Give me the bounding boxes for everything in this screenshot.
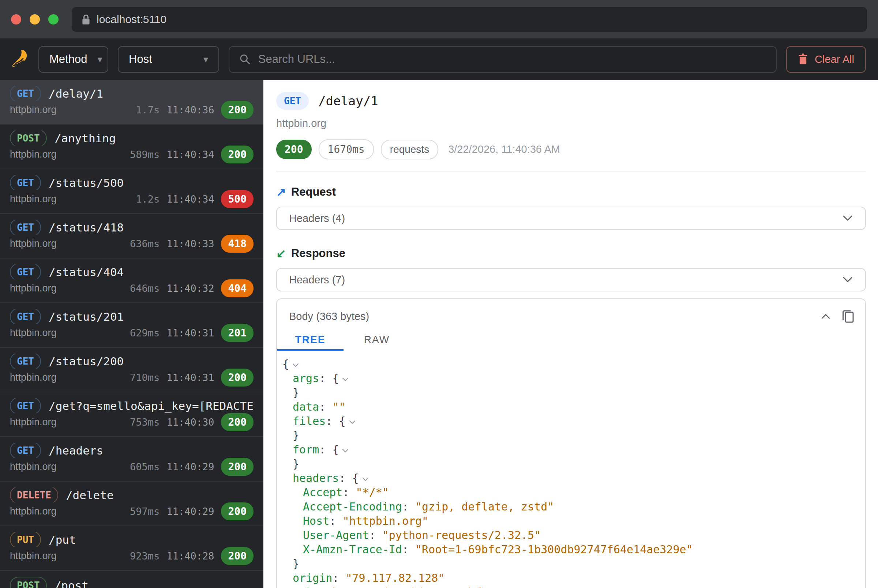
request-host: httpbin.org	[10, 104, 57, 116]
detail-path: /delay/1	[318, 94, 378, 108]
body-view-tabs: TREE RAW	[277, 330, 865, 351]
json-tree-line: headers: {	[282, 471, 865, 485]
json-tree-line: }	[282, 428, 865, 442]
trash-icon	[798, 53, 808, 65]
json-tree-line: }	[282, 556, 865, 571]
status-badge: 200	[221, 369, 254, 387]
json-value: "*/*"	[356, 485, 389, 500]
lock-icon	[81, 14, 91, 25]
tab-tree[interactable]: TREE	[277, 330, 344, 351]
json-tree-line: {	[282, 357, 865, 371]
method-badge: GET	[10, 443, 41, 458]
json-colon: :	[319, 442, 332, 457]
minimize-window-button[interactable]	[30, 14, 40, 24]
copy-body-button[interactable]	[842, 309, 854, 323]
status-badge: 404	[221, 279, 254, 297]
request-list-item[interactable]: GET/headershttpbin.org605ms11:40:29200	[0, 437, 263, 482]
url-text: localhost:5110	[97, 13, 167, 26]
request-time: 11:40:32	[167, 283, 214, 294]
json-tree-line: origin: "79.117.82.128"	[282, 571, 865, 585]
tree-expand-chevron-icon[interactable]	[292, 363, 299, 368]
tree-expand-chevron-icon[interactable]	[342, 448, 349, 453]
request-time: 11:40:36	[167, 104, 214, 116]
json-value: ""	[332, 400, 345, 414]
request-list-item[interactable]: GET/get?q=smello&api_key=[REDACTED]&toke…	[0, 392, 263, 437]
method-filter-label: Method	[50, 52, 87, 66]
request-list-item[interactable]: GET/status/201httpbin.org629ms11:40:3120…	[0, 303, 263, 348]
json-brace: {	[352, 471, 359, 485]
request-host: httpbin.org	[10, 461, 57, 472]
collapse-body-button[interactable]	[821, 313, 831, 320]
method-badge: GET	[10, 220, 41, 235]
clear-all-label: Clear All	[815, 53, 854, 66]
json-tree-line: }	[282, 386, 865, 400]
search-input[interactable]	[258, 52, 766, 66]
request-path: /anything	[54, 132, 116, 145]
json-brace: }	[293, 556, 299, 571]
request-list-item[interactable]: POST/anythinghttpbin.org589ms11:40:34200	[0, 125, 263, 169]
tab-raw[interactable]: RAW	[344, 330, 410, 351]
request-host: httpbin.org	[10, 149, 57, 160]
request-path: /status/404	[49, 266, 124, 279]
json-value: "gzip, deflate, zstd"	[415, 500, 554, 514]
json-brace: {	[339, 414, 345, 428]
zoom-window-button[interactable]	[48, 14, 59, 24]
json-key: X-Amzn-Trace-Id	[303, 542, 402, 556]
json-key: url	[293, 585, 312, 588]
detail-tag-badge: requests	[381, 140, 438, 159]
response-headers-accordion[interactable]: Headers (7)	[276, 268, 866, 291]
json-colon: :	[326, 414, 339, 428]
response-arrow-icon: ↙	[276, 246, 286, 260]
json-tree-line: data: ""	[282, 400, 865, 414]
request-headers-accordion[interactable]: Headers (4)	[276, 207, 866, 230]
request-path: /status/500	[49, 176, 124, 189]
tree-expand-chevron-icon[interactable]	[342, 377, 349, 382]
json-brace: }	[293, 428, 299, 442]
request-list-item[interactable]: GET/status/404httpbin.org646ms11:40:3240…	[0, 258, 263, 303]
json-tree-line: Host: "httpbin.org"	[282, 514, 865, 528]
json-value: "python-requests/2.32.5"	[382, 528, 541, 542]
request-time: 11:40:31	[167, 372, 214, 383]
tree-expand-chevron-icon[interactable]	[362, 477, 369, 482]
chevron-up-icon	[821, 313, 831, 320]
json-colon: :	[342, 485, 356, 500]
request-list-item[interactable]: GET/status/418httpbin.org636ms11:40:3341…	[0, 214, 263, 258]
search-icon	[239, 53, 251, 66]
json-brace: {	[332, 442, 339, 457]
request-list-item[interactable]: DELETE/deletehttpbin.org597ms11:40:29200	[0, 482, 263, 526]
request-list-item[interactable]: GET/status/500httpbin.org1.2s11:40:34500	[0, 169, 263, 214]
json-value: "Root=1-69bfc723-1b300db92747f64e14ae329…	[415, 542, 693, 556]
method-badge: GET	[10, 398, 41, 413]
clear-all-button[interactable]: Clear All	[786, 46, 866, 73]
request-path: /headers	[49, 444, 103, 457]
status-badge: 200	[221, 146, 254, 164]
request-list-item[interactable]: GET/status/200httpbin.org710ms11:40:3120…	[0, 348, 263, 392]
request-time: 11:40:29	[167, 461, 214, 472]
tree-expand-chevron-icon[interactable]	[349, 420, 356, 425]
request-list-item[interactable]: POST/post	[0, 571, 263, 588]
host-filter-dropdown[interactable]: Host ▾	[118, 46, 219, 73]
method-filter-dropdown[interactable]: Method ▾	[38, 46, 108, 73]
detail-timestamp: 3/22/2026, 11:40:36 AM	[448, 143, 560, 155]
json-key: form	[293, 442, 319, 457]
address-bar[interactable]: localhost:5110	[72, 7, 867, 32]
request-duration: 710ms	[130, 372, 159, 383]
request-duration: 753ms	[130, 417, 159, 428]
close-window-button[interactable]	[11, 14, 21, 24]
request-time: 11:40:33	[167, 238, 214, 249]
method-badge: GET	[10, 86, 41, 101]
request-headers-label: Headers (4)	[289, 213, 345, 225]
request-time: 11:40:29	[167, 506, 214, 517]
request-list-item[interactable]: GET/delay/1httpbin.org1.7s11:40:36200	[0, 80, 263, 125]
app-toolbar: Method ▾ Host ▾ Clear All	[0, 38, 878, 80]
chevron-down-icon: ▾	[97, 54, 102, 65]
json-value: "https://httpbin.org/delay/1"	[326, 585, 517, 588]
request-path: /status/418	[49, 221, 124, 234]
method-badge: DELETE	[10, 488, 58, 502]
request-list-item[interactable]: PUT/puthttpbin.org923ms11:40:28200	[0, 526, 263, 571]
request-duration: 597ms	[130, 506, 159, 517]
method-badge: GET	[10, 354, 41, 369]
json-key: Host	[303, 514, 329, 528]
json-tree-line: args: {	[282, 371, 865, 386]
request-time: 11:40:34	[167, 194, 214, 205]
